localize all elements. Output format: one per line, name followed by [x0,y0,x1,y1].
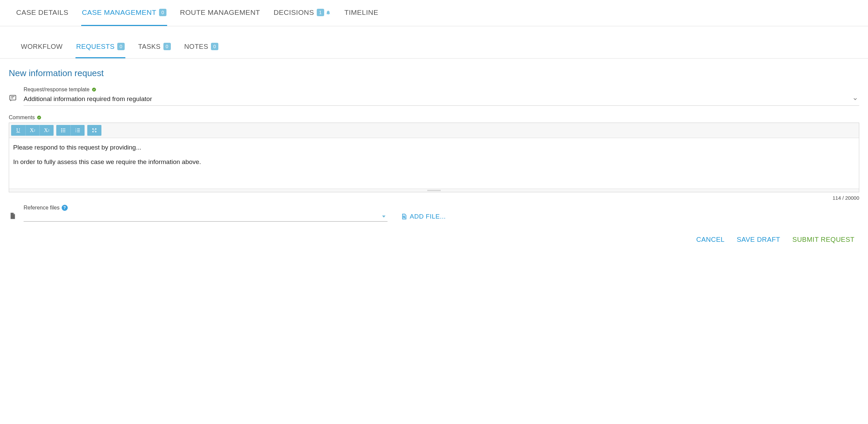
underline-button[interactable]: U [11,125,25,136]
tab-label: TASKS [138,43,161,51]
editor-line: Please respond to this request by provid… [13,143,855,153]
caret-down-icon [382,216,385,218]
add-file-button[interactable]: ADD FILE... [401,213,446,222]
svg-rect-8 [63,132,65,132]
chevron-down-icon [852,96,858,102]
subtab-workflow[interactable]: WORKFLOW [20,36,63,58]
svg-rect-12 [77,130,80,131]
action-bar: CANCEL SAVE DRAFT SUBMIT REQUEST [0,226,868,250]
help-icon[interactable]: ? [62,205,68,211]
bell-icon [326,10,331,15]
comments-label: Comments [9,115,859,121]
tab-label: WORKFLOW [21,43,63,51]
rich-text-editor: U X2 X2 123 [9,123,859,192]
svg-point-3 [61,128,62,129]
reference-files-label: Reference files ? [24,205,388,211]
bullet-list-button[interactable] [56,125,70,136]
template-value: Additional information required from reg… [24,95,152,103]
tab-label: REQUESTS [76,43,115,51]
svg-rect-6 [63,130,65,131]
tab-label: DECISIONS [274,8,314,17]
svg-rect-4 [63,129,65,129]
badge: 0 [163,43,171,50]
resize-handle[interactable] [9,189,859,192]
tab-label: TIMELINE [344,8,378,17]
numbered-list-button[interactable]: 123 [70,125,85,136]
svg-rect-10 [77,129,80,129]
svg-rect-14 [77,132,80,132]
tab-timeline[interactable]: TIMELINE [344,0,379,26]
badge: 0 [117,43,125,50]
add-file-label: ADD FILE... [410,213,446,220]
subtab-tasks[interactable]: TASKS 0 [137,36,172,58]
tab-label: CASE DETAILS [16,8,68,17]
tab-case-details[interactable]: CASE DETAILS [16,0,69,26]
file-icon [9,205,18,220]
tab-label: CASE MANAGEMENT [82,8,156,17]
svg-point-5 [61,130,62,131]
editor-body[interactable]: Please respond to this request by provid… [9,138,859,189]
check-icon [37,115,41,120]
sub-tabs: WORKFLOW REQUESTS 0 TASKS 0 NOTES 0 [0,36,868,59]
template-label: Request/response template [24,87,859,93]
check-icon [92,87,96,92]
badge: 0 [159,9,166,16]
cancel-button[interactable]: CANCEL [696,236,724,243]
subtab-requests[interactable]: REQUESTS 0 [75,36,125,58]
superscript-button[interactable]: X2 [25,125,39,136]
comments-block: Comments U X2 X2 123 [0,112,868,194]
tab-label: NOTES [184,43,208,51]
page-title: New information request [0,59,868,85]
search-file-icon [401,214,407,220]
tab-case-management[interactable]: CASE MANAGEMENT 0 [81,0,167,26]
char-count: 114 / 20000 [0,194,868,201]
fullscreen-button[interactable] [87,125,101,136]
save-draft-button[interactable]: SAVE DRAFT [737,236,780,243]
svg-point-2 [37,116,41,120]
reference-files-row: Reference files ? ADD FILE... [0,201,868,226]
badge: 1 [317,9,324,16]
template-select[interactable]: Additional information required from reg… [24,93,859,106]
subtab-notes[interactable]: NOTES 0 [184,36,219,58]
editor-line: In order to fully assess this case we re… [13,157,855,167]
submit-request-button[interactable]: SUBMIT REQUEST [793,236,855,243]
svg-point-1 [92,88,96,92]
svg-point-7 [61,131,62,132]
subscript-button[interactable]: X2 [39,125,54,136]
reference-files-select[interactable] [24,211,388,222]
template-icon [9,87,18,102]
tab-route-management[interactable]: ROUTE MANAGEMENT [179,0,261,26]
badge: 0 [211,43,218,50]
template-row: Request/response template Additional inf… [0,85,868,112]
editor-toolbar: U X2 X2 123 [9,123,859,138]
main-tabs: CASE DETAILS CASE MANAGEMENT 0 ROUTE MAN… [0,0,868,26]
tab-decisions[interactable]: DECISIONS 1 [273,0,332,26]
tab-label: ROUTE MANAGEMENT [180,8,260,17]
svg-text:3: 3 [75,131,76,133]
